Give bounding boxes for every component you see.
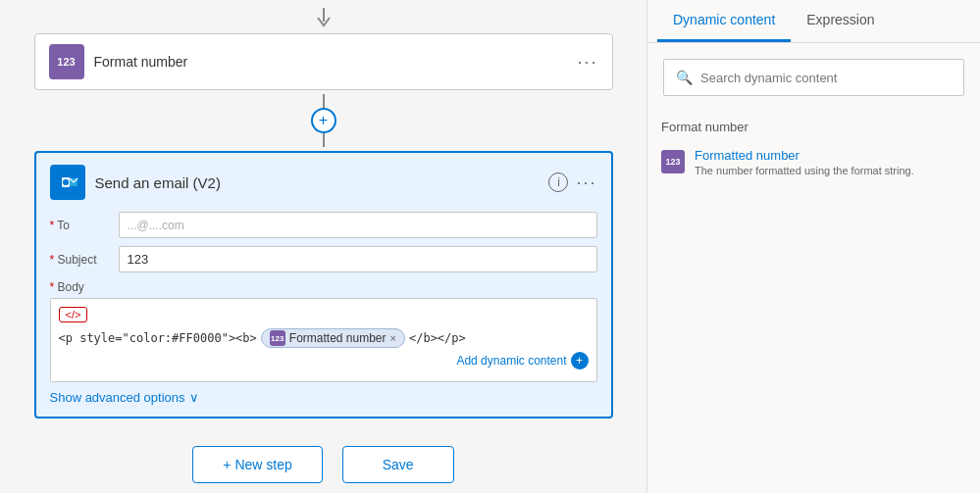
subject-row: Subject 123 <box>50 246 597 272</box>
top-arrow <box>0 0 646 33</box>
add-dynamic-row: Add dynamic content + <box>59 348 589 373</box>
panel-section-title: Format number <box>647 112 980 138</box>
email-card-header: Send an email (V2) i ··· <box>50 165 597 200</box>
search-input[interactable] <box>700 71 952 85</box>
right-panel: Dynamic content Expression 🔍 Format numb… <box>646 0 980 493</box>
body-editor[interactable]: </> <p style="color:#FF0000"><b> 123 For… <box>50 298 597 382</box>
body-content: <p style="color:#FF0000"><b> 123 Formatt… <box>59 328 589 348</box>
save-button[interactable]: Save <box>342 446 454 483</box>
add-dynamic-plus-icon: + <box>571 352 589 370</box>
panel-item-content: Formatted number The number formatted us… <box>695 148 914 176</box>
connector-line-bottom <box>323 133 325 147</box>
panel-search-box: 🔍 <box>663 59 964 96</box>
panel-search-container: 🔍 <box>647 43 980 112</box>
dynamic-tag-label: Formatted number <box>289 331 387 345</box>
show-advanced-label: Show advanced options <box>50 390 185 405</box>
connector-add: + <box>0 90 646 151</box>
dynamic-tag-close[interactable]: × <box>390 332 396 344</box>
subject-label: Subject <box>50 253 119 267</box>
add-step-button[interactable]: + <box>311 108 336 133</box>
outlook-icon <box>50 165 85 200</box>
body-html-after: </b></p> <box>409 331 466 345</box>
panel-item-name: Formatted number <box>695 148 914 163</box>
body-section: Body </> <p style="color:#FF0000"><b> 12… <box>50 280 597 382</box>
to-input[interactable]: ...@....com <box>119 212 597 238</box>
html-toggle-btn[interactable]: </> <box>59 307 88 322</box>
connector-line-top <box>323 94 325 108</box>
body-toolbar: </> <box>59 307 589 322</box>
panel-item-icon: 123 <box>661 150 685 173</box>
subject-value: 123 <box>128 252 149 267</box>
body-html-before: <p style="color:#FF0000"><b> <box>59 331 257 345</box>
format-number-icon: 123 <box>49 44 84 79</box>
format-number-title: Format number <box>94 54 578 70</box>
info-button[interactable]: i <box>548 173 568 192</box>
tab-expression[interactable]: Expression <box>791 0 890 42</box>
body-label: Body <box>50 280 597 294</box>
to-label: To <box>50 219 119 232</box>
subject-input[interactable]: 123 <box>119 246 597 272</box>
search-icon: 🔍 <box>676 70 693 85</box>
add-dynamic-label: Add dynamic content <box>456 354 566 368</box>
formatted-number-item[interactable]: 123 Formatted number The number formatte… <box>647 138 980 186</box>
panel-item-desc: The number formatted using the format st… <box>695 165 914 176</box>
email-card: Send an email (V2) i ··· To ...@....com … <box>34 151 613 419</box>
format-number-menu[interactable]: ··· <box>577 52 597 73</box>
new-step-button[interactable]: + New step <box>192 446 322 483</box>
main-canvas: 123 Format number ··· + Send an email (V… <box>0 0 646 493</box>
tab-dynamic-content[interactable]: Dynamic content <box>657 0 791 42</box>
bottom-bar: + New step Save <box>0 426 646 493</box>
show-advanced-button[interactable]: Show advanced options ∨ <box>50 390 597 405</box>
email-card-menu[interactable]: ··· <box>576 173 596 193</box>
to-row: To ...@....com <box>50 212 597 238</box>
to-value: ...@....com <box>128 219 184 232</box>
chevron-down-icon: ∨ <box>189 390 199 405</box>
add-dynamic-button[interactable]: Add dynamic content + <box>456 352 588 370</box>
formatted-number-tag[interactable]: 123 Formatted number × <box>261 328 405 348</box>
svg-point-3 <box>63 179 69 185</box>
dynamic-tag-icon: 123 <box>270 330 285 346</box>
email-card-title: Send an email (V2) <box>95 174 549 191</box>
format-number-card: 123 Format number ··· <box>34 33 613 90</box>
panel-tabs: Dynamic content Expression <box>647 0 980 43</box>
